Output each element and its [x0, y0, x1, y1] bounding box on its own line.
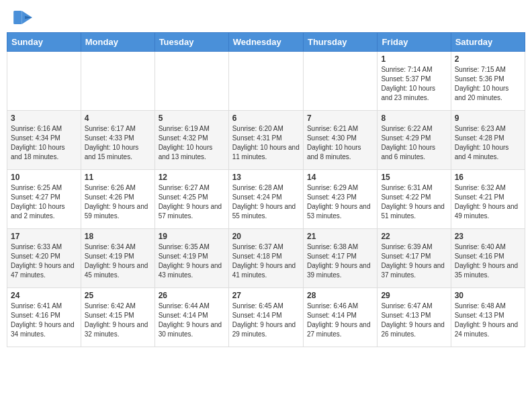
day-info: Sunrise: 6:34 AM Sunset: 4:19 PM Dayligh… — [85, 242, 151, 280]
calendar-cell: 15Sunrise: 6:31 AM Sunset: 4:22 PM Dayli… — [378, 170, 451, 229]
calendar-cell: 9Sunrise: 6:23 AM Sunset: 4:28 PM Daylig… — [451, 111, 525, 170]
day-info: Sunrise: 6:39 AM Sunset: 4:17 PM Dayligh… — [381, 242, 447, 280]
calendar-cell: 17Sunrise: 6:33 AM Sunset: 4:20 PM Dayli… — [7, 229, 81, 288]
day-number: 15 — [381, 173, 447, 182]
calendar-cell: 7Sunrise: 6:21 AM Sunset: 4:30 PM Daylig… — [303, 111, 377, 170]
day-info: Sunrise: 6:29 AM Sunset: 4:23 PM Dayligh… — [307, 183, 373, 221]
day-number: 20 — [232, 232, 300, 241]
day-number: 10 — [11, 173, 77, 182]
calendar-cell: 21Sunrise: 6:38 AM Sunset: 4:17 PM Dayli… — [303, 229, 377, 288]
day-number: 6 — [232, 113, 300, 123]
day-number: 24 — [11, 291, 77, 300]
calendar-cell: 3Sunrise: 6:16 AM Sunset: 4:34 PM Daylig… — [7, 111, 81, 170]
day-number: 21 — [307, 232, 373, 241]
day-info: Sunrise: 6:35 AM Sunset: 4:19 PM Dayligh… — [159, 242, 225, 280]
column-header-friday: Friday — [378, 33, 451, 52]
day-info: Sunrise: 6:32 AM Sunset: 4:21 PM Dayligh… — [455, 183, 521, 221]
calendar-cell: 12Sunrise: 6:27 AM Sunset: 4:25 PM Dayli… — [154, 170, 228, 229]
day-info: Sunrise: 6:48 AM Sunset: 4:13 PM Dayligh… — [455, 302, 521, 339]
day-info: Sunrise: 6:19 AM Sunset: 4:32 PM Dayligh… — [159, 124, 225, 162]
day-number: 26 — [159, 291, 225, 300]
calendar-week-row: 1Sunrise: 7:14 AM Sunset: 5:37 PM Daylig… — [7, 52, 525, 111]
day-number: 14 — [307, 173, 373, 182]
calendar-cell: 14Sunrise: 6:29 AM Sunset: 4:23 PM Dayli… — [303, 170, 377, 229]
day-number: 28 — [307, 291, 373, 300]
calendar-header-row: SundayMondayTuesdayWednesdayThursdayFrid… — [7, 33, 525, 52]
calendar-cell: 5Sunrise: 6:19 AM Sunset: 4:32 PM Daylig… — [154, 111, 228, 170]
day-info: Sunrise: 6:42 AM Sunset: 4:15 PM Dayligh… — [85, 302, 151, 339]
day-info: Sunrise: 6:31 AM Sunset: 4:22 PM Dayligh… — [381, 183, 447, 221]
day-number: 7 — [307, 113, 373, 123]
calendar-cell: 19Sunrise: 6:35 AM Sunset: 4:19 PM Dayli… — [154, 229, 228, 288]
day-number: 18 — [85, 232, 151, 241]
day-number: 30 — [455, 291, 521, 300]
day-info: Sunrise: 6:28 AM Sunset: 4:24 PM Dayligh… — [232, 183, 300, 221]
column-header-monday: Monday — [81, 33, 154, 52]
calendar-cell — [154, 52, 228, 111]
calendar-cell: 18Sunrise: 6:34 AM Sunset: 4:19 PM Dayli… — [81, 229, 154, 288]
day-info: Sunrise: 6:45 AM Sunset: 4:14 PM Dayligh… — [232, 302, 300, 339]
day-info: Sunrise: 6:21 AM Sunset: 4:30 PM Dayligh… — [307, 124, 373, 162]
calendar-cell: 2Sunrise: 7:15 AM Sunset: 5:36 PM Daylig… — [451, 52, 525, 111]
day-number: 3 — [11, 113, 77, 123]
svg-rect-0 — [13, 11, 21, 24]
calendar-cell: 20Sunrise: 6:37 AM Sunset: 4:18 PM Dayli… — [228, 229, 303, 288]
day-number: 16 — [455, 173, 521, 182]
day-number: 11 — [85, 173, 151, 182]
day-info: Sunrise: 7:14 AM Sunset: 5:37 PM Dayligh… — [381, 65, 447, 103]
day-info: Sunrise: 6:33 AM Sunset: 4:20 PM Dayligh… — [11, 242, 77, 280]
day-info: Sunrise: 6:16 AM Sunset: 4:34 PM Dayligh… — [11, 124, 77, 162]
calendar-cell: 16Sunrise: 6:32 AM Sunset: 4:21 PM Dayli… — [451, 170, 525, 229]
day-number: 25 — [85, 291, 151, 300]
calendar-week-row: 3Sunrise: 6:16 AM Sunset: 4:34 PM Daylig… — [7, 111, 525, 170]
day-info: Sunrise: 6:25 AM Sunset: 4:27 PM Dayligh… — [11, 183, 77, 221]
day-number: 22 — [381, 232, 447, 241]
calendar-cell: 24Sunrise: 6:41 AM Sunset: 4:16 PM Dayli… — [7, 288, 81, 347]
day-info: Sunrise: 6:26 AM Sunset: 4:26 PM Dayligh… — [85, 183, 151, 221]
day-info: Sunrise: 6:41 AM Sunset: 4:16 PM Dayligh… — [11, 302, 77, 339]
day-number: 19 — [159, 232, 225, 241]
column-header-tuesday: Tuesday — [154, 33, 228, 52]
column-header-saturday: Saturday — [451, 33, 525, 52]
day-number: 9 — [455, 113, 521, 123]
day-number: 23 — [455, 232, 521, 241]
calendar-cell — [7, 52, 81, 111]
calendar-week-row: 24Sunrise: 6:41 AM Sunset: 4:16 PM Dayli… — [7, 288, 525, 347]
day-number: 5 — [159, 113, 225, 123]
calendar-cell: 11Sunrise: 6:26 AM Sunset: 4:26 PM Dayli… — [81, 170, 154, 229]
calendar-cell — [81, 52, 154, 111]
day-info: Sunrise: 6:23 AM Sunset: 4:28 PM Dayligh… — [455, 124, 521, 162]
calendar-week-row: 10Sunrise: 6:25 AM Sunset: 4:27 PM Dayli… — [7, 170, 525, 229]
day-info: Sunrise: 6:20 AM Sunset: 4:31 PM Dayligh… — [232, 124, 300, 162]
day-number: 8 — [381, 113, 447, 123]
day-info: Sunrise: 6:46 AM Sunset: 4:14 PM Dayligh… — [307, 302, 373, 339]
day-number: 4 — [85, 113, 151, 123]
day-info: Sunrise: 6:22 AM Sunset: 4:29 PM Dayligh… — [381, 124, 447, 162]
calendar-cell: 13Sunrise: 6:28 AM Sunset: 4:24 PM Dayli… — [228, 170, 303, 229]
day-info: Sunrise: 6:44 AM Sunset: 4:14 PM Dayligh… — [159, 302, 225, 339]
day-number: 12 — [159, 173, 225, 182]
calendar-cell: 26Sunrise: 6:44 AM Sunset: 4:14 PM Dayli… — [154, 288, 228, 347]
calendar-cell: 4Sunrise: 6:17 AM Sunset: 4:33 PM Daylig… — [81, 111, 154, 170]
day-info: Sunrise: 6:38 AM Sunset: 4:17 PM Dayligh… — [307, 242, 373, 280]
day-info: Sunrise: 6:47 AM Sunset: 4:13 PM Dayligh… — [381, 302, 447, 339]
logo-icon — [13, 11, 32, 24]
calendar-cell: 27Sunrise: 6:45 AM Sunset: 4:14 PM Dayli… — [228, 288, 303, 347]
column-header-thursday: Thursday — [303, 33, 377, 52]
calendar-cell — [303, 52, 377, 111]
calendar-cell: 1Sunrise: 7:14 AM Sunset: 5:37 PM Daylig… — [378, 52, 451, 111]
calendar-cell: 22Sunrise: 6:39 AM Sunset: 4:17 PM Dayli… — [378, 229, 451, 288]
calendar-cell: 8Sunrise: 6:22 AM Sunset: 4:29 PM Daylig… — [378, 111, 451, 170]
page-header — [0, 0, 532, 27]
day-number: 1 — [381, 54, 447, 64]
calendar-cell: 30Sunrise: 6:48 AM Sunset: 4:13 PM Dayli… — [451, 288, 525, 347]
day-number: 29 — [381, 291, 447, 300]
day-number: 2 — [455, 54, 521, 64]
calendar-cell: 23Sunrise: 6:40 AM Sunset: 4:16 PM Dayli… — [451, 229, 525, 288]
day-info: Sunrise: 7:15 AM Sunset: 5:36 PM Dayligh… — [455, 65, 521, 103]
calendar-cell: 28Sunrise: 6:46 AM Sunset: 4:14 PM Dayli… — [303, 288, 377, 347]
calendar-table: SundayMondayTuesdayWednesdayThursdayFrid… — [7, 32, 525, 347]
logo — [13, 11, 35, 24]
calendar-cell: 6Sunrise: 6:20 AM Sunset: 4:31 PM Daylig… — [228, 111, 303, 170]
day-number: 17 — [11, 232, 77, 241]
